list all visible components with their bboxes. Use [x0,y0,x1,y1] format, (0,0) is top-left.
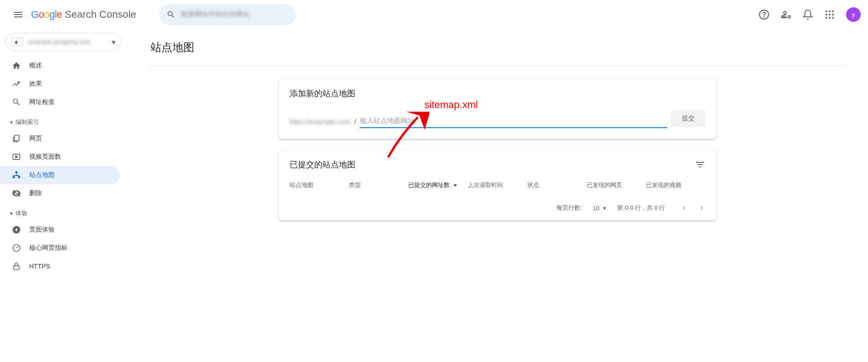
app-header: Google Search Console 检查网址中的任何网址 y [0,0,868,29]
sidebar-item-overview[interactable]: 概述 [0,57,120,75]
speed-icon [11,243,22,253]
section-label: 体验 [16,209,27,217]
sidebar-section-experience[interactable]: ▼ 体验 [0,206,127,221]
sidebar-item-performance[interactable]: 效果 [0,75,120,93]
svg-point-8 [832,14,834,16]
product-name: Search Console [65,9,136,21]
hamburger-icon [13,9,24,20]
svg-rect-16 [18,176,20,178]
menu-button[interactable] [7,4,29,26]
help-icon [759,9,769,20]
svg-rect-15 [13,176,15,178]
sidebar-item-core-web-vitals[interactable]: 核心网页指标 [0,239,120,257]
sidebar-item-label: HTTPS [29,263,50,270]
sidebar-item-removals[interactable]: 删除 [0,184,120,202]
sidebar-item-video-pages[interactable]: 视频页面数 [0,148,120,166]
sidebar-item-page-experience[interactable]: 页面体验 [0,221,120,239]
svg-point-4 [829,10,831,12]
sitemap-icon [11,170,22,181]
sidebar: ◧ example-property.com ▾ 概述 效果 网址检查 ▼ 编制… [0,29,127,362]
apps-grid-icon [824,9,835,20]
table-header-row: 站点地图 类型 已提交的网址数 上次读取时间 状态 已发现的网页 已发现的视频 [279,176,717,195]
hide-icon [11,188,22,199]
col-submitted-urls[interactable]: 已提交的网址数 [408,181,468,189]
chevron-down-icon: ▾ [112,38,115,47]
page-title: 站点地图 [149,40,846,55]
col-last-read: 上次读取时间 [468,181,527,189]
notifications-button[interactable] [799,5,817,24]
search-text-obscured: 检查网址中的任何网址 [181,10,249,19]
help-button[interactable] [755,5,773,24]
card-title: 添加新的站点地图 [279,79,717,103]
caret-down-icon: ▼ [9,211,14,216]
lock-icon [11,261,22,272]
user-settings-icon [780,9,791,20]
trending-icon [11,78,22,89]
sidebar-item-https[interactable]: HTTPS [0,257,120,275]
sidebar-item-sitemaps[interactable]: 站点地图 [0,166,120,184]
submit-button[interactable]: 提交 [671,110,706,127]
sidebar-item-label: 删除 [29,189,42,197]
add-sitemap-card: 添加新的站点地图 https://example.com / 提交 sitema… [279,79,717,139]
col-type: 类型 [349,181,408,189]
sidebar-item-label: 效果 [29,80,42,88]
sidebar-item-label: 网页 [29,134,42,143]
sidebar-item-label: 站点地图 [29,171,55,179]
property-name-obscured: example-property.com [28,38,112,46]
sidebar-item-label: 视频页面数 [29,153,61,161]
col-discovered-videos: 已发现的视频 [646,181,705,189]
sidebar-section-indexing[interactable]: ▼ 编制索引 [0,115,127,129]
svg-rect-14 [16,171,18,173]
video-icon [11,151,22,162]
sidebar-item-label: 核心网页指标 [29,244,68,252]
prev-page-button[interactable] [676,201,691,215]
svg-point-1 [764,16,764,17]
sidebar-item-url-inspection[interactable]: 网址检查 [0,93,120,111]
header-actions: y [755,5,861,24]
logo[interactable]: Google Search Console [31,9,136,21]
property-selector[interactable]: ◧ example-property.com ▾ [5,33,121,51]
svg-rect-19 [14,266,19,269]
pages-icon [11,133,22,144]
pagination-range: 第 0-0 行，共 0 行 [617,204,665,212]
sidebar-item-label: 页面体验 [29,226,55,234]
home-icon [11,60,22,71]
chevron-right-icon [697,203,707,212]
rows-per-page-label: 每页行数: [556,204,582,212]
search-icon [166,10,176,19]
rows-per-page-select[interactable]: 10 ▾ [593,205,606,212]
svg-point-9 [826,17,827,19]
svg-point-3 [826,10,827,12]
svg-point-5 [832,10,834,12]
filter-icon [695,159,706,170]
chevron-down-icon: ▾ [603,205,606,212]
property-favicon: ◧ [11,38,22,46]
col-sitemap: 站点地图 [290,181,349,189]
card-title: 已提交的站点地图 [290,159,695,170]
sidebar-item-pages[interactable]: 网页 [0,129,120,148]
sidebar-item-label: 概述 [29,62,42,70]
sort-down-icon [452,181,459,189]
plus-circle-icon [11,224,22,235]
submitted-sitemaps-card: 已提交的站点地图 站点地图 类型 已提交的网址数 上次读取时间 状态 已发现的网… [279,150,717,221]
next-page-button[interactable] [695,201,709,215]
url-slash: / [354,118,356,128]
col-discovered-pages: 已发现的网页 [587,181,646,189]
table-pagination: 每页行数: 10 ▾ 第 0-0 行，共 0 行 [279,195,717,221]
main-content: 站点地图 添加新的站点地图 https://example.com / 提交 s… [127,29,868,362]
apps-button[interactable] [821,5,839,24]
chevron-left-icon [679,203,688,212]
divider [149,66,846,66]
users-button[interactable] [777,5,795,24]
caret-down-icon: ▼ [9,120,14,125]
svg-point-11 [832,17,834,19]
google-logo-text: Google [31,9,62,21]
search-box[interactable]: 检查网址中的任何网址 [159,4,296,25]
svg-point-10 [829,17,831,19]
sitemap-url-input[interactable] [360,115,667,128]
svg-point-6 [826,14,827,16]
filter-button[interactable] [695,159,706,170]
svg-point-7 [829,14,831,16]
account-avatar[interactable]: y [846,7,861,22]
svg-rect-12 [15,135,19,141]
